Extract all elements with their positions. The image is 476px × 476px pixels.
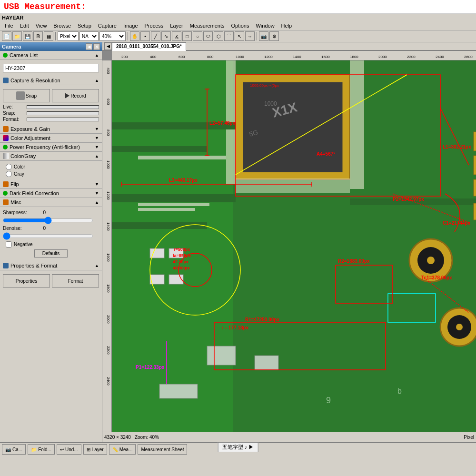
format-row: Format: (3, 117, 99, 122)
negative-check[interactable] (6, 241, 12, 248)
misc-header[interactable]: Misc ▲ (0, 198, 102, 207)
capture-buttons: Snap Record (3, 89, 99, 102)
gray-radio-row: Gray (6, 171, 96, 177)
ruler-mark-1400: 1400 (293, 55, 301, 59)
menu-view[interactable]: View (33, 22, 50, 30)
toolbar-camera2[interactable]: 📷 (259, 31, 268, 41)
toolbar-polyline[interactable]: ∿ (161, 31, 171, 41)
color-adj-header[interactable]: Color Adjustment ▼ (0, 134, 102, 143)
panel-pin-icon[interactable]: ◀ (86, 43, 92, 50)
camera-list-icon (3, 53, 8, 58)
color-gray-header[interactable]: Color/Gray ▲ (0, 152, 102, 161)
camera-list-content: HY-2307 (0, 60, 102, 76)
toolbar-save2[interactable]: 🖹 (33, 31, 43, 41)
menu-measurements[interactable]: Measurements (187, 22, 228, 30)
color-radio[interactable] (6, 164, 12, 170)
svg-text:42.20px: 42.20px (173, 259, 188, 264)
panel-close-icon[interactable]: ✕ (93, 43, 100, 50)
taskbar-undo[interactable]: ↩ Und... (57, 444, 81, 455)
ime-bar[interactable]: 五笔字型 ♪ ▶ (218, 442, 258, 452)
exposure-header[interactable]: Exposure & Gain ▼ (0, 125, 102, 134)
svg-rect-11 (350, 60, 364, 189)
gray-label: Gray (14, 171, 24, 177)
menu-layer[interactable]: Layer (167, 22, 186, 30)
taskbar-camera[interactable]: 📷 Ca... (2, 444, 26, 455)
toolbar-grid[interactable]: ▦ (44, 31, 53, 41)
ruler-mark-2600: 2600 (464, 55, 473, 59)
properties-btn[interactable]: Properties (3, 274, 50, 288)
svg-text:1000.00px→(0px: 1000.00px→(0px (250, 83, 279, 88)
svg-text:L2=57.46px: L2=57.46px (209, 120, 236, 126)
defaults-btn[interactable]: Defaults (34, 249, 68, 258)
camera-list-arrow: ▲ (95, 53, 99, 58)
svg-text:L3=440.17px: L3=440.17px (169, 178, 198, 183)
camera-panel-header[interactable]: Camera ◀ ✕ (0, 42, 102, 51)
toolbar-polygon[interactable]: ⬡ (214, 31, 223, 41)
menu-edit[interactable]: Edit (17, 22, 32, 30)
misc-arrow: ▲ (95, 200, 99, 205)
menu-window[interactable]: Window (253, 22, 277, 30)
menu-image[interactable]: Image (120, 22, 141, 30)
toolbar-hand[interactable]: ✋ (130, 31, 139, 41)
toolbar-angle[interactable]: ∡ (172, 31, 181, 41)
flip-header[interactable]: Flip ▼ (0, 180, 102, 189)
dark-field-header[interactable]: Dark Field Correction ▼ (0, 189, 102, 198)
toolbar-circle[interactable]: ○ (193, 31, 202, 41)
record-btn[interactable]: Record (52, 89, 99, 102)
denoise-slider[interactable] (3, 233, 93, 239)
gray-radio[interactable] (6, 171, 12, 177)
toolbar-new[interactable]: 📄 (2, 31, 11, 41)
svg-rect-31 (138, 208, 195, 211)
toolbar-ellipse[interactable]: ⬭ (203, 31, 213, 41)
camera-list-header[interactable]: Camera List ▲ (0, 51, 102, 60)
pixel-select[interactable]: Pixel (58, 31, 79, 41)
svg-point-15 (427, 257, 435, 264)
format-btn[interactable]: Format (52, 274, 99, 288)
menu-setup[interactable]: Setup (75, 22, 94, 30)
menu-help[interactable]: Help (278, 22, 295, 30)
toolbar-move[interactable]: ↔ (245, 31, 255, 41)
sharpness-slider[interactable] (3, 217, 93, 224)
na-select[interactable]: NA (79, 31, 99, 41)
ruler-mark-200: 200 (121, 55, 128, 59)
denoise-row: Denoise: 0 (3, 226, 99, 231)
dark-field-icon (3, 191, 8, 196)
toolbar-save[interactable]: 💾 (23, 31, 32, 41)
ruler-v-2400: 2400 (106, 377, 110, 386)
measurement-sheet-label: Measurement Sheet (141, 447, 184, 452)
svg-text:la=858px: la=858px (173, 253, 191, 258)
power-freq-header[interactable]: Power Frequency (Anti-flicker) ▼ (0, 143, 102, 152)
properties-header[interactable]: Properties & Format ▲ (0, 261, 102, 270)
taskbar-camera-label: Ca... (12, 447, 22, 452)
record-icon (65, 93, 69, 99)
toolbar-cursor[interactable]: ↖ (235, 31, 244, 41)
toolbar-settings2[interactable]: ⚙ (269, 31, 279, 41)
exposure-icon (3, 126, 9, 132)
menu-capture[interactable]: Capture (95, 22, 119, 30)
svg-rect-5 (243, 82, 343, 172)
taskbar-undo-label: Und... (65, 447, 78, 452)
menu-browse[interactable]: Browse (50, 22, 74, 30)
toolbar-line[interactable]: ╱ (151, 31, 160, 41)
toolbar-arc[interactable]: ⌒ (224, 31, 234, 41)
svg-text:R2=1883.00px: R2=1883.00px (338, 258, 370, 264)
taskbar-folder[interactable]: 📁 Fold... (28, 444, 55, 455)
toolbar-open[interactable]: 📁 (12, 31, 22, 41)
ruler-mark-2200: 2200 (407, 55, 416, 59)
menu-process[interactable]: Process (142, 22, 167, 30)
toolbar-measure-point[interactable]: • (140, 31, 150, 41)
image-tab[interactable]: 2018_0101_003554_010.JPG* (112, 42, 186, 51)
ruler-mark-1600: 1600 (321, 55, 330, 59)
taskbar-measurement[interactable]: 📏 Mea... (109, 444, 136, 455)
zoom-select[interactable]: 40% (99, 31, 126, 41)
menu-options[interactable]: Options (228, 22, 252, 30)
snap-btn[interactable]: Snap (3, 89, 50, 102)
taskbar-layer[interactable]: ⊞ Layer (83, 444, 107, 455)
measurement-sheet-btn[interactable]: Measurement Sheet (138, 444, 187, 455)
camera-panel-title: Camera (2, 44, 21, 50)
misc-icon (3, 199, 9, 205)
tab-nav-left[interactable]: ◀ (104, 42, 112, 50)
toolbar-rect[interactable]: □ (182, 31, 192, 41)
capture-header[interactable]: Capture & Resolution ▲ (0, 76, 102, 85)
menu-file[interactable]: File (2, 22, 16, 30)
